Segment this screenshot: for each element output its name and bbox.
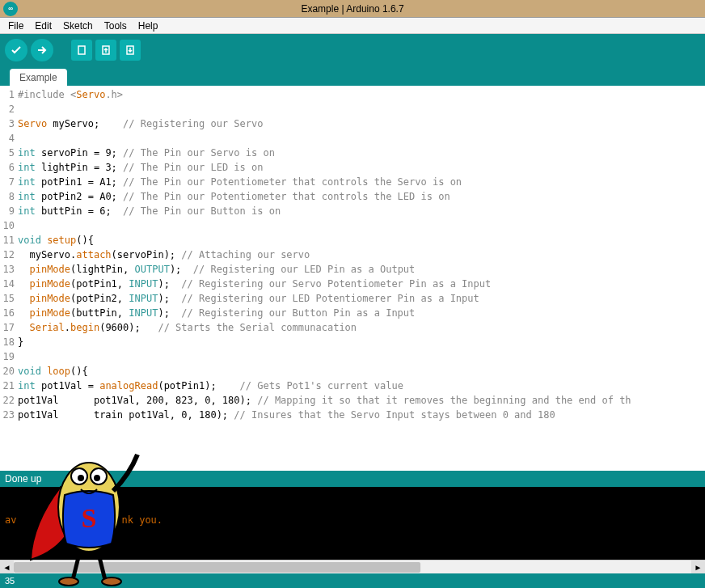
line-gutter: 1234567891011121314151617181920212223: [0, 86, 18, 471]
menubar: File Edit Sketch Tools Help: [0, 18, 705, 34]
code-line[interactable]: [18, 349, 705, 364]
code-line[interactable]: void setup(){: [18, 233, 705, 247]
code-line[interactable]: int pot1Val = analogRead(potPin1); // Ge…: [18, 379, 705, 393]
check-icon: [11, 44, 22, 56]
line-number: 8: [0, 189, 15, 204]
arrow-up-icon: [100, 44, 112, 56]
code-line[interactable]: Servo myServo; // Registering our Servo: [18, 116, 705, 131]
line-number: 2: [0, 102, 15, 116]
line-number: 5: [0, 146, 15, 160]
code-line[interactable]: int buttPin = 6; // The Pin our Button i…: [18, 204, 705, 218]
line-number: 35: [5, 576, 15, 586]
arrow-down-icon: [125, 44, 136, 56]
code-line[interactable]: pot1Val pot1Val, 200, 823, 0, 180); // M…: [18, 393, 705, 408]
upload-button[interactable]: [31, 39, 53, 61]
line-number: 18: [0, 335, 15, 349]
line-number: 4: [0, 131, 15, 146]
open-button[interactable]: [95, 40, 116, 61]
line-number: 17: [0, 320, 15, 335]
arrow-right-icon: [36, 44, 48, 56]
horizontal-scrollbar[interactable]: ◄ ►: [0, 560, 705, 573]
status-bar: Done up: [0, 471, 705, 487]
status-text: Done up: [5, 473, 41, 484]
code-line[interactable]: int potPin1 = A1; // The Pin our Potenti…: [18, 175, 705, 189]
line-number: 1: [0, 87, 15, 102]
arduino-logo-icon: ∞: [3, 2, 18, 16]
code-editor[interactable]: 1234567891011121314151617181920212223 #i…: [0, 86, 705, 471]
menu-file[interactable]: File: [3, 19, 28, 33]
line-number: 22: [0, 393, 15, 408]
menu-tools[interactable]: Tools: [99, 19, 132, 33]
file-icon: [76, 44, 87, 56]
line-number: 19: [0, 349, 15, 364]
code-area[interactable]: #include <Servo.h> Servo myServo; // Reg…: [18, 86, 705, 471]
line-number: 3: [0, 116, 15, 131]
console-line: [5, 502, 700, 514]
console-line: [5, 527, 700, 539]
scroll-right-button[interactable]: ►: [691, 561, 705, 574]
line-number: 20: [0, 364, 15, 379]
line-number: 6: [0, 160, 15, 175]
line-number: 11: [0, 233, 15, 247]
line-number: 14: [0, 277, 15, 291]
console-output[interactable]: av nk you.: [0, 487, 705, 560]
line-number: 23: [0, 408, 15, 422]
titlebar: ∞ Example | Arduino 1.6.7: [0, 0, 705, 18]
code-line[interactable]: pinMode(lightPin, OUTPUT); // Registerin…: [18, 262, 705, 277]
code-line[interactable]: int potPin2 = A0; // The Pin our Potenti…: [18, 189, 705, 204]
menu-sketch[interactable]: Sketch: [58, 19, 98, 33]
console-line: av nk you.: [5, 514, 700, 527]
menu-help[interactable]: Help: [133, 19, 163, 33]
code-line[interactable]: pinMode(buttPin, INPUT); // Registering …: [18, 306, 705, 320]
console-line: [5, 490, 700, 502]
code-line[interactable]: myServo.attach(servoPin); // Attaching o…: [18, 247, 705, 262]
line-number: 16: [0, 306, 15, 320]
code-line[interactable]: void loop(){: [18, 364, 705, 379]
code-line[interactable]: pinMode(potPin2, INPUT); // Registering …: [18, 291, 705, 306]
line-number: 7: [0, 175, 15, 189]
line-number: 9: [0, 204, 15, 218]
code-line[interactable]: pinMode(potPin1, INPUT); // Registering …: [18, 277, 705, 291]
scroll-left-button[interactable]: ◄: [0, 561, 14, 574]
code-line[interactable]: [18, 102, 705, 116]
svg-rect-0: [78, 46, 85, 54]
tabbar: Example: [0, 66, 705, 86]
code-line[interactable]: pot1Val train pot1Val, 0, 180); // Insur…: [18, 408, 705, 422]
code-line[interactable]: #include <Servo.h>: [18, 87, 705, 102]
code-line[interactable]: Serial.begin(9600); // Starts the Serial…: [18, 320, 705, 335]
line-number: 10: [0, 218, 15, 233]
code-line[interactable]: [18, 218, 705, 233]
footer-bar: 35: [0, 573, 705, 588]
line-number: 21: [0, 379, 15, 393]
line-number: 13: [0, 262, 15, 277]
window-title: Example | Arduino 1.6.7: [301, 3, 403, 15]
line-number: 12: [0, 247, 15, 262]
code-line[interactable]: }: [18, 335, 705, 349]
scroll-thumb[interactable]: [14, 562, 420, 573]
save-button[interactable]: [120, 40, 141, 61]
line-number: 15: [0, 291, 15, 306]
menu-edit[interactable]: Edit: [30, 19, 57, 33]
code-line[interactable]: int servoPin = 9; // The Pin our Servo i…: [18, 146, 705, 160]
new-button[interactable]: [71, 40, 92, 61]
tab-example[interactable]: Example: [10, 69, 67, 86]
toolbar: [0, 34, 705, 66]
code-line[interactable]: [18, 131, 705, 146]
verify-button[interactable]: [5, 39, 27, 61]
scroll-track[interactable]: [14, 561, 691, 574]
code-line[interactable]: int lightPin = 3; // The Pin our LED is …: [18, 160, 705, 175]
